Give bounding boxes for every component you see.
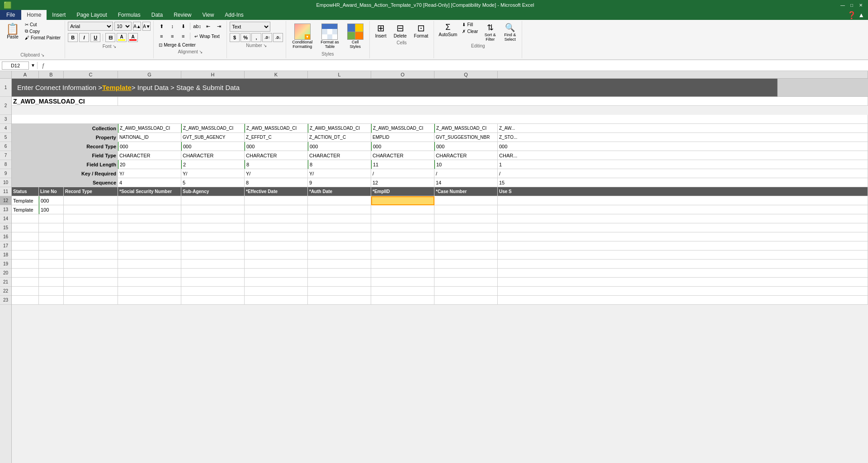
cut-button[interactable]: ✂ Cut: [24, 22, 62, 28]
cell-L8[interactable]: 8: [308, 160, 371, 169]
cell-rest-4[interactable]: Z_AW...: [498, 124, 868, 133]
cell-H16[interactable]: [181, 232, 245, 241]
cell-K23[interactable]: [245, 296, 308, 305]
cell-reference-box[interactable]: [2, 61, 29, 70]
cell-rest-22[interactable]: [498, 287, 868, 296]
cell-Q20[interactable]: [434, 269, 498, 278]
cell-Q18[interactable]: [434, 250, 498, 260]
col-header-rest[interactable]: [498, 71, 868, 78]
row-num-17[interactable]: 17: [0, 241, 11, 250]
cell-H14[interactable]: [181, 214, 245, 223]
cell-L14[interactable]: [308, 214, 371, 223]
cell-H9[interactable]: Y/: [181, 169, 245, 178]
cell-H12[interactable]: [181, 196, 245, 205]
font-name-select[interactable]: Arial: [68, 22, 113, 31]
cell-O5[interactable]: EMPLID: [371, 133, 434, 142]
row-num-4[interactable]: 4: [0, 124, 11, 133]
cell-B6[interactable]: [39, 142, 64, 151]
row-num-13[interactable]: 13: [0, 205, 11, 214]
indent-decrease-button[interactable]: ⇤: [203, 22, 213, 31]
cell-C14[interactable]: [64, 214, 118, 223]
cell-H6[interactable]: 000: [181, 142, 245, 151]
cell-C7[interactable]: Field Type: [64, 151, 118, 160]
row-num-23[interactable]: 23: [0, 296, 11, 305]
font-size-increase-button[interactable]: A▲: [133, 22, 141, 31]
cell-Q22[interactable]: [434, 287, 498, 296]
wrap-text-button[interactable]: ↵ Wrap Text: [192, 33, 222, 40]
cell-O6[interactable]: 000: [371, 142, 434, 151]
cell-A14[interactable]: [12, 214, 39, 223]
border-button[interactable]: ⊟: [105, 33, 115, 42]
cell-B14[interactable]: [39, 214, 64, 223]
align-center-button[interactable]: ≡: [167, 32, 177, 41]
cell-Q8[interactable]: 10: [434, 160, 498, 169]
cell-B16[interactable]: [39, 232, 64, 241]
cell-L18[interactable]: [308, 250, 371, 260]
col-header-Q[interactable]: Q: [434, 71, 498, 78]
cell-O15[interactable]: [371, 223, 434, 232]
row-num-21[interactable]: 21: [0, 278, 11, 287]
cell-Q17[interactable]: [434, 241, 498, 250]
cell-H8[interactable]: 2: [181, 160, 245, 169]
row-num-3[interactable]: 3: [0, 115, 11, 124]
cell-G8[interactable]: 20: [118, 160, 181, 169]
align-bottom-button[interactable]: ⬇: [178, 22, 188, 31]
cell-K18[interactable]: [245, 250, 308, 260]
row-num-5[interactable]: 5: [0, 133, 11, 142]
cell-B12[interactable]: 000: [39, 196, 64, 205]
cell-G17[interactable]: [118, 241, 181, 250]
cell-B15[interactable]: [39, 223, 64, 232]
cell-Q4[interactable]: Z_AWD_MASSLOAD_CI: [434, 124, 498, 133]
decimal-increase-button[interactable]: .0↑: [262, 33, 272, 42]
cell-B18[interactable]: [39, 250, 64, 260]
row-num-22[interactable]: 22: [0, 287, 11, 296]
cell-H22[interactable]: [181, 287, 245, 296]
cell-L11[interactable]: *Auth Date: [308, 187, 371, 196]
alignment-expand-icon[interactable]: ↘: [199, 49, 203, 54]
font-size-decrease-button[interactable]: A▼: [142, 22, 151, 31]
find-select-button[interactable]: 🔍 Find &Select: [501, 22, 519, 43]
cell-G9[interactable]: Y/: [118, 169, 181, 178]
cell-H5[interactable]: GVT_SUB_AGENCY: [181, 133, 245, 142]
align-middle-button[interactable]: ↕: [167, 22, 177, 31]
cell-L16[interactable]: [308, 232, 371, 241]
cell-O14[interactable]: [371, 214, 434, 223]
cell-H10[interactable]: 5: [181, 178, 245, 187]
format-painter-button[interactable]: 🖌 Format Painter: [24, 35, 62, 41]
cell-Q23[interactable]: [434, 296, 498, 305]
col-header-G[interactable]: G: [118, 71, 181, 78]
cell-C22[interactable]: [64, 287, 118, 296]
tab-file[interactable]: File: [0, 10, 21, 20]
cell-H17[interactable]: [181, 241, 245, 250]
cell-B23[interactable]: [39, 296, 64, 305]
cell-A19[interactable]: [12, 260, 39, 269]
col-header-L[interactable]: L: [308, 71, 371, 78]
cell-G15[interactable]: [118, 223, 181, 232]
cell-rest-6[interactable]: 000: [498, 142, 868, 151]
cell-C20[interactable]: [64, 269, 118, 278]
tab-formulas[interactable]: Formulas: [113, 10, 146, 20]
cell-O8[interactable]: 11: [371, 160, 434, 169]
cell-rest-15[interactable]: [498, 223, 868, 232]
font-expand-icon[interactable]: ↘: [113, 44, 116, 49]
cell-G19[interactable]: [118, 260, 181, 269]
tab-add-ins[interactable]: Add-Ins: [219, 10, 249, 20]
row-num-7[interactable]: 7: [0, 151, 11, 160]
cell-Q14[interactable]: [434, 214, 498, 223]
align-left-button[interactable]: ≡: [156, 32, 166, 41]
col-header-B[interactable]: B: [39, 71, 64, 78]
text-direction-button[interactable]: ab↕: [192, 22, 202, 31]
row-num-15[interactable]: 15: [0, 223, 11, 232]
cell-C21[interactable]: [64, 278, 118, 287]
cell-rest-17[interactable]: [498, 241, 868, 250]
cell-O13[interactable]: [371, 205, 434, 214]
cell-C19[interactable]: [64, 260, 118, 269]
cell-L7[interactable]: CHARACTER: [308, 151, 371, 160]
tab-review[interactable]: Review: [168, 10, 197, 20]
cell-H13[interactable]: [181, 205, 245, 214]
format-as-table-button[interactable]: Format asTable: [317, 22, 342, 51]
cell-L9[interactable]: Y/: [308, 169, 371, 178]
cell-B4[interactable]: [39, 124, 64, 133]
row-num-19[interactable]: 19: [0, 260, 11, 269]
cell-C6[interactable]: Record Type: [64, 142, 118, 151]
